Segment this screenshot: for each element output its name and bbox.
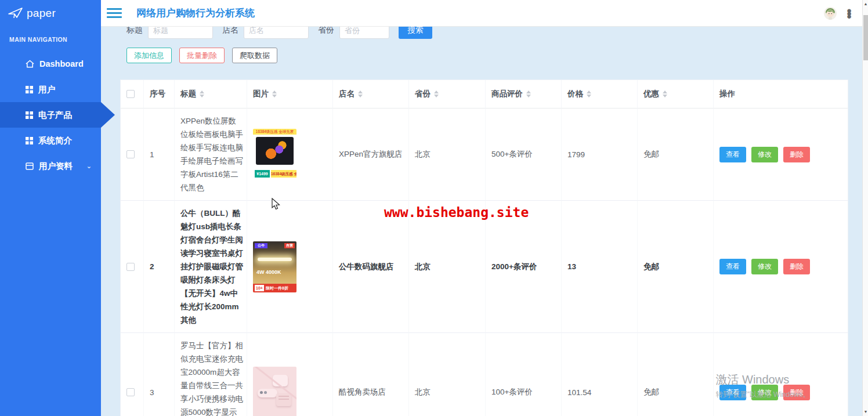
col-header-reviews: 商品评价	[486, 80, 562, 108]
store-name: XPPen官方旗舰店	[333, 108, 409, 201]
sidebar-item-label: 用户	[38, 84, 55, 95]
top-header: 网络用户购物行为分析系统 ●●●	[101, 0, 868, 27]
sidebar-item-1[interactable]: 用户	[0, 77, 101, 102]
sidebar-item-2[interactable]: 电子产品	[0, 102, 101, 128]
reviews-count: 100+条评价	[486, 333, 562, 416]
mouse-cursor	[271, 198, 281, 211]
row-checkbox[interactable]	[126, 388, 135, 396]
province: 北京	[409, 333, 486, 416]
col-header-no: 序号	[144, 80, 175, 108]
site-watermark: www.bishebang.site	[384, 205, 529, 220]
sidebar-item-label: 电子产品	[38, 110, 72, 121]
row-checkbox[interactable]	[126, 150, 135, 158]
store-name: 公牛数码旗舰店	[333, 201, 409, 333]
table-row: 2 公牛（BULL）酷魅灯usb插电长条灯宿舍台灯学生阅读学习寝室书桌灯挂灯护眼…	[121, 201, 848, 333]
province: 北京	[409, 108, 486, 201]
province: 北京	[409, 201, 486, 333]
table-body: 1 XPPen数位屏数位板绘画板电脑手绘板手写板连电脑手绘屏电子绘画写字板Art…	[121, 108, 848, 416]
col-header-title: 标题	[175, 80, 247, 108]
sidebar: paper MAIN NAVIGATION Dashboard用户电子产品系统简…	[0, 0, 101, 416]
edit-button[interactable]: 修改	[751, 259, 778, 274]
sidebar-item-4[interactable]: 用户资料⌄	[0, 153, 101, 179]
sidebar-item-label: 用户资料	[39, 161, 73, 172]
grid-icon	[26, 137, 33, 144]
sidebar-item-label: 系统简介	[38, 135, 72, 146]
row-actions: 查看 修改 删除	[714, 201, 848, 333]
grid-icon	[26, 86, 33, 93]
kebab-menu-icon[interactable]: ●●●	[847, 9, 852, 17]
col-header-actions: 操作	[714, 80, 848, 108]
sort-icon[interactable]	[587, 91, 591, 97]
grid-icon	[26, 111, 33, 119]
vertical-scrollbar[interactable]: ▲ ▼	[862, 0, 868, 416]
light-bar-product-image: 公牛自营4W 4000K10+限时一件8折	[253, 241, 296, 292]
chevron-down-icon: ⌄	[86, 162, 92, 170]
edit-button[interactable]: 修改	[751, 147, 778, 162]
hamburger-menu-icon[interactable]	[107, 6, 122, 20]
sidebar-item-label: Dashboard	[39, 59, 84, 68]
drawing-tablet-product-image: 16384级压感 全球先发¥149916384级压感 全球先发	[253, 129, 296, 180]
store-name: 酷视角卖场店	[333, 333, 409, 416]
reviews-count: 2000+条评价	[486, 201, 562, 333]
windows-activation-watermark: 激活 Windows 转到“设置”以激活 Windows。	[715, 372, 810, 400]
home-icon	[26, 60, 34, 68]
user-avatar[interactable]	[823, 6, 837, 20]
discount: 免邮	[638, 333, 714, 416]
reviews-count: 500+条评价	[486, 108, 562, 201]
product-image-cell: 公牛自营4W 4000K10+限时一件8折	[247, 201, 333, 333]
crawl-data-button[interactable]: 爬取数据	[232, 48, 277, 63]
sort-icon[interactable]	[434, 91, 439, 97]
row-checkbox-cell	[121, 201, 144, 333]
col-header-province: 省份	[409, 80, 486, 108]
discount: 免邮	[638, 201, 714, 333]
table-row: 1 XPPen数位屏数位板绘画板电脑手绘板手写板连电脑手绘屏电子绘画写字板Art…	[121, 108, 848, 201]
table-header-row: 序号 标题 图片 店名 省份 商品评价 价格 优惠 操作	[121, 80, 848, 108]
delete-button[interactable]: 删除	[783, 259, 810, 274]
toolbar: 添加信息 批量删除 爬取数据	[126, 48, 277, 63]
file-icon	[26, 162, 34, 170]
row-checkbox-cell	[121, 333, 144, 416]
row-index: 2	[144, 201, 175, 333]
page-title: 网络用户购物行为分析系统	[136, 6, 255, 20]
scroll-up-icon[interactable]: ▲	[863, 1, 868, 8]
product-image-cell	[247, 333, 333, 416]
sidebar-item-dashboard[interactable]: Dashboard	[0, 51, 101, 77]
col-header-price: 价格	[562, 80, 638, 108]
sort-icon[interactable]	[200, 91, 204, 97]
add-info-button[interactable]: 添加信息	[126, 48, 172, 63]
sidebar-item-3[interactable]: 系统简介	[0, 128, 101, 153]
view-button[interactable]: 查看	[719, 147, 746, 162]
scroll-down-icon[interactable]: ▼	[863, 408, 868, 415]
sort-icon[interactable]	[663, 91, 667, 97]
select-all-checkbox[interactable]	[126, 90, 135, 98]
sort-icon[interactable]	[526, 91, 531, 97]
logo-text: paper	[27, 7, 56, 20]
price: 101.54	[562, 333, 638, 416]
delete-button[interactable]: 删除	[783, 147, 810, 162]
col-header-image: 图片	[247, 80, 333, 108]
row-checkbox-cell	[121, 108, 144, 201]
price: 1799	[562, 108, 638, 201]
product-image-cell: 16384级压感 全球先发¥149916384级压感 全球先发	[247, 108, 333, 201]
nav-section-label: MAIN NAVIGATION	[0, 27, 101, 49]
sort-icon[interactable]	[358, 91, 363, 97]
sort-icon[interactable]	[272, 91, 277, 97]
paper-plane-icon	[7, 6, 24, 21]
batch-delete-button[interactable]: 批量删除	[179, 48, 225, 63]
row-checkbox[interactable]	[126, 263, 135, 271]
view-button[interactable]: 查看	[719, 259, 746, 274]
product-title: 公牛（BULL）酷魅灯usb插电长条灯宿舍台灯学生阅读学习寝室书桌灯挂灯护眼磁吸…	[175, 201, 247, 333]
product-title: 罗马士【官方】相似充电宝迷你充电宝20000m超大容量自带线三合一共享小巧便携移…	[175, 333, 247, 416]
app-logo[interactable]: paper	[0, 0, 101, 27]
main-content: 标题 店名 省份 搜索 添加信息 批量删除 爬取数据 序号 标题 图片 店名 省…	[101, 27, 862, 416]
select-all-cell	[121, 80, 144, 108]
scrollbar-thumb[interactable]	[863, 15, 868, 60]
discount: 免邮	[638, 108, 714, 201]
col-header-store: 店名	[333, 80, 409, 108]
product-title: XPPen数位屏数位板绘画板电脑手绘板手写板连电脑手绘屏电子绘画写字板Artis…	[175, 108, 247, 201]
row-index: 3	[144, 333, 175, 416]
power-bank-product-image	[253, 367, 296, 416]
row-index: 1	[144, 108, 175, 201]
products-table: 序号 标题 图片 店名 省份 商品评价 价格 优惠 操作 1 XPPen数位屏数…	[120, 79, 848, 416]
sidebar-menu: Dashboard用户电子产品系统简介用户资料⌄	[0, 51, 101, 179]
